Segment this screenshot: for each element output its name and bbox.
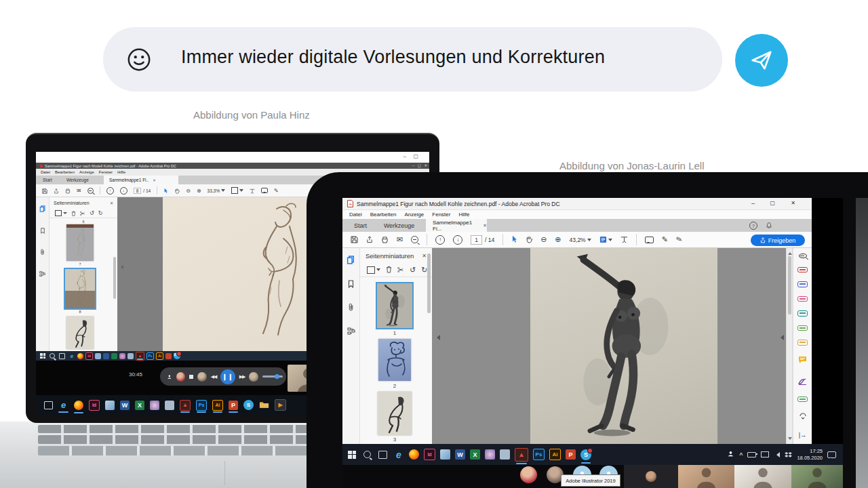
scroll-up-arrow[interactable] — [788, 250, 792, 255]
rotate-ccw-icon[interactable]: ↺ — [90, 210, 94, 216]
panel-close-icon[interactable]: ✕ — [422, 253, 427, 259]
taskbar-icon-word[interactable]: W — [455, 449, 465, 460]
action-center-icon[interactable] — [827, 451, 836, 458]
layers-icon[interactable] — [39, 268, 45, 280]
document-canvas-right[interactable] — [432, 248, 786, 444]
taskbar-icon-word[interactable]: W — [120, 401, 130, 410]
task-view-icon[interactable] — [59, 353, 65, 359]
share-upload-icon[interactable] — [54, 184, 59, 197]
menu-fenster[interactable]: Fenster — [99, 170, 113, 174]
page-thumbnail-3[interactable] — [378, 392, 412, 435]
delete-page-icon[interactable] — [386, 264, 392, 276]
dropbox-icon[interactable] — [785, 449, 792, 461]
rotate-ccw-icon[interactable]: ↺ — [410, 266, 416, 274]
help-icon[interactable]: ? — [749, 222, 757, 230]
page-number-input[interactable]: 1 — [471, 235, 482, 245]
menu-anzeige[interactable]: Anzeige — [79, 170, 94, 174]
pencil-icon[interactable]: ✎ — [274, 188, 279, 194]
start-button-icon[interactable] — [40, 353, 45, 359]
taskbar-icon-app[interactable] — [105, 401, 115, 410]
attachments-icon[interactable] — [40, 246, 45, 258]
tab-werkzeuge[interactable]: Werkzeuge — [384, 222, 414, 229]
bookmarks-icon[interactable] — [347, 279, 355, 291]
zoom-out-icon[interactable]: ⊖ — [540, 235, 547, 244]
select-cursor-icon[interactable] — [511, 234, 517, 246]
task-view-icon[interactable] — [44, 401, 53, 409]
tool-edit-pdf-icon[interactable] — [797, 310, 808, 316]
taskbar-icon-ie[interactable]: e — [58, 400, 68, 410]
network-icon[interactable] — [761, 451, 769, 458]
taskbar-icon-calculator[interactable] — [165, 401, 174, 410]
video-tile-participant[interactable] — [791, 465, 843, 488]
taskbar-icon-word[interactable] — [103, 353, 109, 359]
page-up-icon[interactable]: ↑ — [435, 235, 445, 245]
rotate-cw-icon[interactable]: ↻ — [98, 210, 103, 216]
select-cursor-icon[interactable] — [163, 184, 168, 197]
battery-icon[interactable] — [747, 452, 756, 458]
tool-export-pdf-icon[interactable] — [797, 281, 808, 287]
menu-hilfe[interactable]: Hilfe — [117, 170, 125, 174]
presentation-mode-icon[interactable] — [620, 234, 628, 246]
expand-pane-icon[interactable]: |→ — [799, 432, 806, 439]
page-indicator[interactable]: 8 / 14 — [134, 188, 151, 194]
tab-close-icon[interactable]: ✕ — [483, 223, 487, 228]
search-icon[interactable] — [50, 353, 55, 359]
page-view-dropdown[interactable] — [231, 187, 243, 194]
presenter-icon[interactable] — [167, 374, 172, 380]
panel-scrollbar[interactable] — [113, 257, 116, 299]
taskbar-icon-indesign[interactable]: Id — [424, 449, 435, 460]
taskbar-icon-illustrator[interactable]: Ai — [549, 449, 561, 460]
delete-page-icon[interactable] — [71, 207, 76, 219]
taskbar-icon-indesign[interactable]: Id — [89, 400, 100, 411]
taskbar-icon-calculator[interactable] — [500, 449, 510, 460]
page-up-icon[interactable]: ↑ — [106, 187, 114, 195]
player-restore-button[interactable]: ▢ — [413, 153, 422, 159]
tool-scan-ocr-icon[interactable] — [797, 325, 808, 331]
menu-fenster[interactable]: Fenster — [432, 211, 450, 218]
taskbar-icon-media-active[interactable]: ▶ — [275, 399, 286, 411]
print-icon[interactable] — [65, 184, 71, 197]
zoom-out-icon[interactable]: ⊖ — [186, 188, 191, 194]
pause-button[interactable]: ❙❙ — [220, 369, 235, 384]
taskbar-icon-powerpoint[interactable]: P — [566, 449, 576, 460]
volume-icon[interactable] — [774, 452, 780, 458]
tab-document[interactable]: Sammelmappe1 Fi.. ✕ — [104, 176, 178, 184]
page-down-icon[interactable]: ↓ — [453, 235, 462, 245]
taskbar-icon-photoshop[interactable]: Ps — [533, 449, 545, 460]
tool-fill-sign-icon[interactable] — [798, 375, 807, 388]
rewind-icon[interactable]: ◀◀ — [211, 374, 217, 380]
volume-slider[interactable] — [262, 374, 279, 379]
zoom-search-icon[interactable] — [411, 236, 418, 243]
mail-icon[interactable]: ✉ — [77, 188, 81, 194]
print-icon[interactable] — [381, 234, 389, 246]
zoom-level-dropdown[interactable]: 33,3% — [208, 187, 225, 194]
tool-comment-icon[interactable] — [798, 354, 807, 367]
tab-start[interactable]: Start — [43, 178, 52, 182]
taskbar-icon-acrobat[interactable]: ▲ — [180, 400, 191, 411]
menu-bearbeiten[interactable]: Bearbeiten — [55, 170, 75, 174]
tab-start[interactable]: Start — [354, 222, 367, 229]
taskbar-icon-paint3d[interactable] — [485, 449, 495, 460]
menu-hilfe[interactable]: Hilfe — [458, 211, 469, 218]
window-maximize-button[interactable]: ▢ — [418, 163, 421, 167]
extract-page-icon[interactable] — [80, 207, 85, 219]
pencil-icon[interactable]: ✎ — [662, 235, 668, 244]
taskbar-icon-powerpoint[interactable]: P — [229, 401, 238, 410]
taskbar-icon-calculator[interactable] — [127, 353, 134, 359]
zoom-in-icon[interactable]: ⊕ — [197, 188, 201, 194]
taskbar-icon-excel[interactable]: X — [135, 401, 144, 410]
taskbar-icon-photoshop[interactable]: Ps — [196, 400, 207, 411]
thumbnail-options-icon[interactable] — [367, 266, 380, 274]
page-thumbnail-1-selected[interactable] — [377, 283, 412, 328]
video-tile-participant[interactable] — [734, 465, 791, 488]
tab-werkzeuge[interactable]: Werkzeuge — [66, 178, 89, 182]
taskbar-icon-firefox[interactable] — [74, 401, 83, 410]
zoom-level-dropdown[interactable]: 43,2% — [570, 237, 591, 243]
menu-datei[interactable]: Datei — [41, 170, 50, 174]
forward-icon[interactable]: ▶▶ — [239, 374, 245, 380]
page-thumbnail-7[interactable] — [66, 224, 94, 261]
scroll-thumb[interactable] — [788, 256, 791, 314]
taskbar-icon-paint3d[interactable] — [119, 353, 125, 359]
presentation-mode-icon[interactable] — [250, 184, 255, 197]
emoji-smiley-icon[interactable] — [126, 47, 152, 75]
